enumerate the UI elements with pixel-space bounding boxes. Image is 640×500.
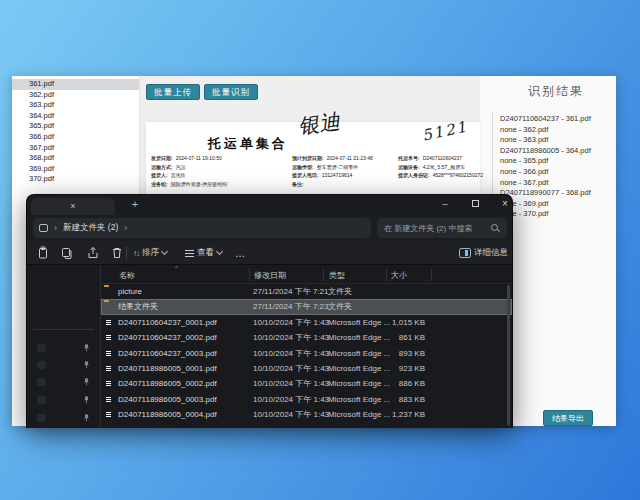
file-type: 文件夹 [328, 299, 352, 314]
sidebar-pinned-item[interactable] [31, 411, 97, 425]
ocr-file-item[interactable]: 370.pdf [12, 174, 139, 185]
details-pane-icon [459, 248, 471, 258]
column-header-size[interactable]: 大小 [391, 270, 407, 281]
file-row[interactable]: D2407118986005_0004.pdf 10/10/2024 下午 1:… [101, 407, 512, 422]
file-type: 文件夹 [328, 284, 352, 299]
search-input[interactable]: 在 新建文件夹 (2) 中搜索 [377, 218, 507, 238]
new-tab-button[interactable]: + [127, 197, 143, 213]
vertical-scrollbar[interactable] [507, 285, 510, 426]
column-divider[interactable] [249, 268, 250, 281]
batch-upload-button[interactable]: 批量上传 [146, 84, 200, 100]
recognition-result-item: none - 367.pdf [500, 178, 616, 189]
column-headers: ^ 名称 修改日期 类型 大小 [101, 265, 512, 284]
column-divider[interactable] [323, 268, 324, 281]
waybill-field: 提货人身份证:4528***974602150272 [398, 171, 483, 180]
breadcrumb-folder-name[interactable]: 新建文件夹 (2) [63, 222, 118, 234]
file-date-modified: 10/10/2024 下午 1:43 [253, 346, 329, 361]
file-size: 886 KB [367, 376, 425, 391]
paste-icon[interactable] [36, 246, 50, 260]
handwritten-number: 5121 [421, 117, 470, 144]
explorer-tab[interactable]: × [31, 198, 115, 215]
file-name: D2407110604237_0001.pdf [118, 315, 217, 330]
field-label: 备注: [292, 181, 304, 187]
maximize-button[interactable] [463, 195, 487, 214]
recognition-result-item: none - 362.pdf [500, 125, 616, 136]
file-row[interactable]: D2407118986005_0002.pdf 10/10/2024 下午 1:… [101, 376, 512, 391]
file-size: 1,237 KB [367, 407, 425, 422]
ocr-file-item[interactable]: 365.pdf [12, 121, 139, 132]
column-header-type[interactable]: 类型 [329, 270, 345, 281]
field-value: 2024-07-11 19:10:50 [176, 155, 222, 161]
field-label: 运输设备: [398, 164, 420, 170]
waybill-field: 托运单号:D2407110604237 [398, 154, 483, 163]
field-value: 宫先玖 [171, 172, 186, 178]
more-icon: … [235, 248, 245, 259]
column-divider[interactable] [386, 268, 387, 281]
file-date-modified: 10/10/2024 下午 1:43 [253, 407, 329, 422]
close-button[interactable]: × [493, 195, 517, 214]
column-header-name[interactable]: 名称 [119, 270, 135, 281]
file-row[interactable]: D2407110604237_0003.pdf 10/10/2024 下午 1:… [101, 346, 512, 361]
sidebar-pinned-item[interactable] [31, 375, 97, 389]
file-row[interactable]: D2407118986005_0003.pdf 10/10/2024 下午 1:… [101, 392, 512, 407]
waybill-field: 发货日期:2024-07-11 19:10:50 [151, 154, 227, 163]
recognition-result-item: none - 365.pdf [500, 156, 616, 167]
explorer-command-bar: ↑↓ 排序 查看 … 详细信息 [27, 241, 512, 265]
file-row[interactable]: D2407110604237_0002.pdf 10/10/2024 下午 1:… [101, 330, 512, 345]
pin-icon [82, 413, 91, 423]
file-date-modified: 10/10/2024 下午 1:43 [253, 392, 329, 407]
file-row[interactable]: 结果文件夹 27/11/2024 下午 7:23 文件夹 [101, 299, 512, 314]
waybill-field: 提货人电话:13124719614 [292, 171, 373, 180]
folder-icon [37, 361, 46, 369]
file-row[interactable]: D2407110604237_0001.pdf 10/10/2024 下午 1:… [101, 315, 512, 330]
field-label: 提货人身份证: [398, 172, 430, 178]
waybill-field: 提货人:宫先玖 [151, 171, 227, 180]
recognition-result-item: D2407118986005 - 364.pdf [500, 146, 616, 157]
folder-icon [37, 396, 46, 404]
waybill-title: 托运单集合 [208, 135, 288, 153]
folder-icon [37, 378, 46, 386]
ocr-file-item[interactable]: 366.pdf [12, 132, 139, 143]
sidebar-pinned-item[interactable] [31, 358, 97, 372]
ocr-file-item[interactable]: 367.pdf [12, 143, 139, 154]
column-header-date[interactable]: 修改日期 [254, 270, 286, 281]
more-options-button[interactable]: … [235, 245, 245, 261]
field-value: 13124719614 [322, 172, 353, 178]
file-size: 861 KB [367, 330, 425, 345]
file-name: D2407110604237_0003.pdf [118, 346, 217, 361]
pin-icon [82, 377, 91, 387]
details-pane-button[interactable]: 详细信息 [459, 245, 508, 261]
field-value: 4.2米_5.5T_厢货车 [423, 164, 466, 170]
tab-close-icon[interactable]: × [70, 201, 75, 211]
sidebar-pinned-item[interactable] [31, 393, 97, 407]
ocr-file-item[interactable]: 364.pdf [12, 111, 139, 122]
ocr-file-item[interactable]: 369.pdf [12, 164, 139, 175]
file-row[interactable]: picture 27/11/2024 下午 7:21 文件夹 [101, 284, 512, 299]
file-explorer-window: × + – × › 新建文件夹 (2) › 在 新建文件夹 (2) 中搜索 [26, 194, 513, 428]
folder-icon [37, 414, 46, 422]
delete-icon[interactable] [110, 246, 124, 260]
export-results-button[interactable]: 结果导出 [543, 410, 593, 426]
sort-button[interactable]: ↑↓ 排序 [133, 245, 167, 261]
batch-recognize-button[interactable]: 批量识别 [204, 84, 258, 100]
field-label: 托运单号: [398, 155, 420, 161]
column-divider[interactable] [431, 268, 432, 281]
copy-icon[interactable] [60, 246, 74, 260]
ocr-file-item[interactable]: 362.pdf [12, 90, 139, 101]
waybill-field: 预计到货日期:2024-07-11 21:23:48 [292, 154, 373, 163]
minimize-button[interactable]: – [433, 195, 457, 214]
ocr-file-item[interactable]: 368.pdf [12, 153, 139, 164]
sidebar-pinned-item[interactable] [31, 341, 97, 355]
ocr-file-item[interactable]: 361.pdf [12, 79, 139, 90]
share-icon[interactable] [86, 246, 100, 260]
handwritten-signature: 银迪 [296, 107, 341, 141]
breadcrumb[interactable]: › 新建文件夹 (2) › [33, 218, 371, 238]
view-button[interactable]: 查看 [185, 245, 222, 261]
file-name: picture [118, 284, 142, 299]
recognition-result-item: none - 363.pdf [500, 135, 616, 146]
sidebar-separator [33, 329, 94, 330]
file-row[interactable]: D2407118986005_0001.pdf 10/10/2024 下午 1:… [101, 361, 512, 376]
chevron-down-icon [216, 248, 223, 255]
explorer-tab-strip: × + – × [27, 195, 512, 215]
ocr-file-item[interactable]: 363.pdf [12, 100, 139, 111]
